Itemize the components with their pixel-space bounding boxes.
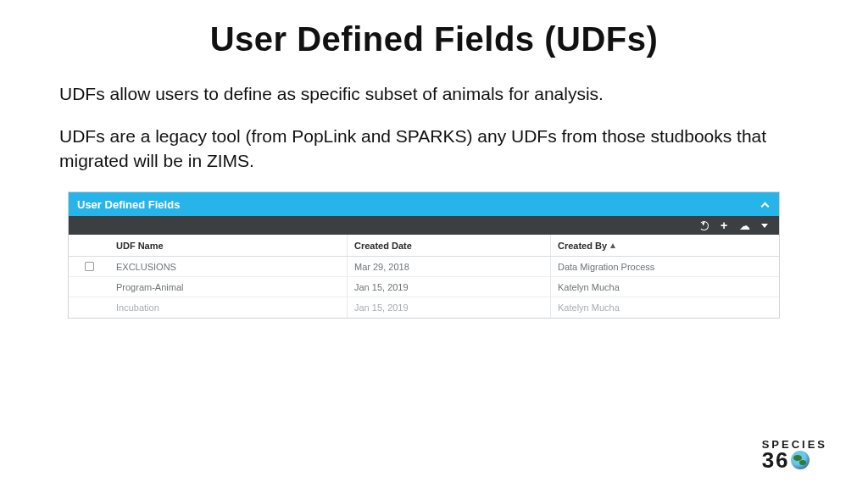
intro-paragraph-2: UDFs are a legacy tool (from PopLink and… [59, 125, 809, 173]
table-row[interactable]: Incubation Jan 15, 2019 Katelyn Mucha [69, 297, 779, 318]
cell-created-date: Jan 15, 2019 [347, 297, 550, 318]
globe-icon [791, 451, 810, 469]
panel-toolbar: + ☁ [69, 216, 779, 235]
panel-title: User Defined Fields [77, 198, 180, 211]
panel-header[interactable]: User Defined Fields [69, 192, 779, 216]
col-header-created-by-label: Created By [558, 241, 607, 251]
refresh-icon[interactable] [698, 219, 709, 231]
intro-paragraph-1: UDFs allow users to define as specific s… [59, 82, 809, 106]
collapse-icon[interactable] [759, 198, 771, 210]
cell-created-by: Katelyn Mucha [550, 277, 779, 297]
intro-text: UDFs allow users to define as specific s… [59, 82, 809, 173]
cell-created-by: Katelyn Mucha [550, 297, 779, 318]
udf-panel: User Defined Fields + ☁ UDF Name Created… [68, 191, 780, 319]
logo-digit-6: 6 [776, 449, 787, 471]
cell-created-date: Jan 15, 2019 [347, 277, 550, 297]
cell-udf-name: EXCLUSIONS [109, 262, 347, 272]
table-row[interactable]: EXCLUSIONS Mar 29, 2018 Data Migration P… [69, 257, 779, 277]
page-title: User Defined Fields (UDFs) [0, 20, 868, 58]
col-header-udf-name[interactable]: UDF Name [109, 241, 347, 251]
cell-created-date: Mar 29, 2018 [347, 257, 550, 276]
dropdown-icon[interactable] [759, 219, 771, 231]
download-icon[interactable]: ☁ [738, 219, 750, 231]
add-icon[interactable]: + [718, 219, 730, 231]
col-header-created-by[interactable]: Created By [550, 235, 779, 256]
species360-logo: SPECIES 3 6 0 [762, 438, 827, 471]
table-header: UDF Name Created Date Created By [69, 235, 779, 257]
sort-asc-icon [610, 243, 615, 248]
cell-udf-name: Program-Animal [109, 282, 347, 292]
table-row[interactable]: Program-Animal Jan 15, 2019 Katelyn Much… [69, 277, 779, 297]
cell-created-by: Data Migration Process [550, 257, 779, 276]
row-checkbox[interactable] [84, 262, 93, 271]
col-header-created-date[interactable]: Created Date [347, 235, 550, 256]
logo-line2: 3 6 0 [762, 449, 827, 471]
logo-digit-3: 3 [762, 449, 774, 471]
cell-udf-name: Incubation [109, 302, 347, 313]
